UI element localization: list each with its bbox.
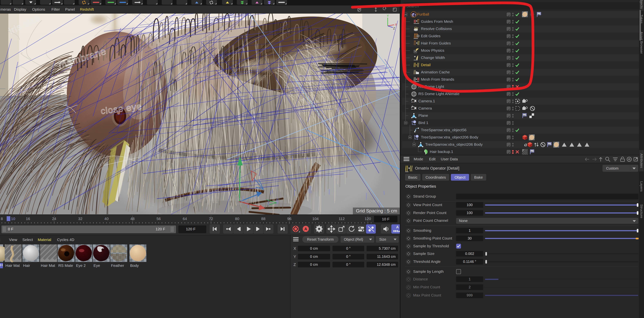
svg-text:X: X xyxy=(395,23,397,26)
svg-text:A: A xyxy=(396,225,399,229)
svg-text:48: 48 xyxy=(130,217,134,221)
svg-text:24: 24 xyxy=(52,217,56,221)
svg-text:a: a xyxy=(524,141,527,147)
svg-text:16: 16 xyxy=(26,217,30,221)
svg-text:Grid Spacing : 5 cm: Grid Spacing : 5 cm xyxy=(356,208,397,214)
svg-text:ST: ST xyxy=(411,108,414,110)
svg-text:56: 56 xyxy=(156,217,161,221)
svg-text:120: 120 xyxy=(364,217,371,221)
svg-text:80: 80 xyxy=(235,217,239,221)
svg-text:A: A xyxy=(304,227,307,231)
svg-text:32: 32 xyxy=(78,217,82,221)
svg-text:10: 10 xyxy=(11,217,15,221)
svg-text:8: 8 xyxy=(1,217,3,221)
svg-text:a: a xyxy=(415,128,416,132)
svg-text:72: 72 xyxy=(209,217,213,221)
svg-text:104: 104 xyxy=(312,217,318,221)
svg-text:Z: Z xyxy=(393,27,395,30)
svg-text:Y: Y xyxy=(387,14,389,18)
svg-text:112: 112 xyxy=(338,217,344,221)
svg-text:40: 40 xyxy=(104,217,108,221)
svg-text:ST: ST xyxy=(411,101,414,103)
svg-text:88: 88 xyxy=(261,217,265,221)
svg-text:10 F: 10 F xyxy=(382,217,390,221)
svg-text:64: 64 xyxy=(183,217,187,221)
svg-text:96: 96 xyxy=(287,217,291,221)
